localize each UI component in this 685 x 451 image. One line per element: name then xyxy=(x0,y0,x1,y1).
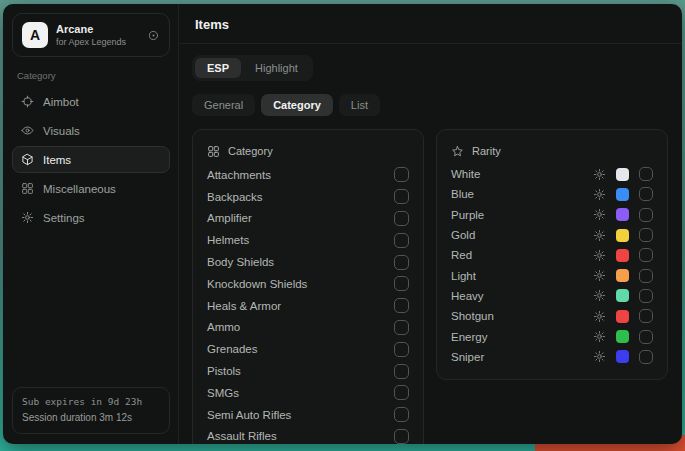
category-label: Pistols xyxy=(207,365,241,377)
category-checkbox[interactable] xyxy=(394,276,409,291)
category-label: Attachments xyxy=(207,169,271,181)
color-swatch[interactable] xyxy=(616,269,629,282)
category-row: Semi Auto Rifles xyxy=(207,404,409,426)
rarity-checkbox[interactable] xyxy=(639,228,653,242)
category-row: Knockdown Shields xyxy=(207,273,409,295)
tab-category[interactable]: Category xyxy=(261,94,333,116)
eye-icon xyxy=(21,124,34,137)
sidebar-item-settings[interactable]: Settings xyxy=(12,204,170,231)
category-checkbox[interactable] xyxy=(394,233,409,248)
category-row: Assault Rifles xyxy=(207,426,409,444)
color-swatch[interactable] xyxy=(616,350,629,363)
gear-icon[interactable] xyxy=(593,229,606,242)
color-swatch[interactable] xyxy=(616,229,629,242)
category-row: Body Shields xyxy=(207,251,409,273)
main-header: Items xyxy=(179,4,682,44)
color-swatch[interactable] xyxy=(616,330,629,343)
category-panel: Category AttachmentsBackpacksAmplifierHe… xyxy=(192,129,424,444)
grid-icon xyxy=(21,182,34,195)
rarity-controls xyxy=(593,228,653,242)
rarity-row: Gold xyxy=(451,225,653,245)
rarity-row: Sniper xyxy=(451,347,653,367)
category-checkbox[interactable] xyxy=(394,255,409,270)
category-row: Helmets xyxy=(207,229,409,251)
app-window: A Arcane for Apex Legends Category Aimbo… xyxy=(3,4,682,444)
category-label: Semi Auto Rifles xyxy=(207,409,291,421)
category-checkbox[interactable] xyxy=(394,364,409,379)
gear-icon[interactable] xyxy=(593,269,606,282)
color-swatch[interactable] xyxy=(616,289,629,302)
rarity-label: Energy xyxy=(451,331,593,343)
rarity-checkbox[interactable] xyxy=(639,350,653,364)
sidebar-item-aimbot[interactable]: Aimbot xyxy=(12,88,170,115)
toggle-option-highlight[interactable]: Highlight xyxy=(243,58,310,78)
brand-name: Arcane xyxy=(56,23,139,35)
brand-logo: A xyxy=(22,22,48,48)
rarity-controls xyxy=(593,269,653,283)
color-swatch[interactable] xyxy=(616,188,629,201)
rarity-checkbox[interactable] xyxy=(639,289,653,303)
sidebar-item-label: Visuals xyxy=(43,125,80,137)
sidebar-spacer xyxy=(12,231,170,387)
category-row: Heals & Armor xyxy=(207,295,409,317)
view-tabs: GeneralCategoryList xyxy=(192,94,668,116)
rarity-controls xyxy=(593,167,653,181)
rarity-checkbox[interactable] xyxy=(639,309,653,323)
category-checkbox[interactable] xyxy=(394,320,409,335)
rarity-checkbox[interactable] xyxy=(639,248,653,262)
gear-icon[interactable] xyxy=(593,249,606,262)
gear-icon[interactable] xyxy=(593,289,606,302)
cube-icon xyxy=(21,153,34,166)
category-checkbox[interactable] xyxy=(394,167,409,182)
rarity-controls xyxy=(593,289,653,303)
sub-expires-text: Sub expires in 9d 23h xyxy=(22,395,160,410)
rarity-checkbox[interactable] xyxy=(639,167,653,181)
color-swatch[interactable] xyxy=(616,168,629,181)
gear-icon[interactable] xyxy=(593,188,606,201)
rarity-checkbox[interactable] xyxy=(639,330,653,344)
category-checkbox[interactable] xyxy=(394,211,409,226)
color-swatch[interactable] xyxy=(616,208,629,221)
target-icon[interactable] xyxy=(147,29,160,42)
rarity-checkbox[interactable] xyxy=(639,269,653,283)
category-checkbox[interactable] xyxy=(394,189,409,204)
rarity-label: Heavy xyxy=(451,290,593,302)
rarity-label: White xyxy=(451,168,593,180)
gear-icon[interactable] xyxy=(593,310,606,323)
gear-icon[interactable] xyxy=(593,350,606,363)
sidebar-item-miscellaneous[interactable]: Miscellaneous xyxy=(12,175,170,202)
esp-mode-toggle: ESPHighlight xyxy=(192,55,313,81)
rarity-panel: Rarity WhiteBluePurpleGoldRedLightHeavyS… xyxy=(436,129,668,380)
rarity-label: Shotgun xyxy=(451,310,593,322)
toggle-option-esp[interactable]: ESP xyxy=(195,58,241,78)
rarity-row: Light xyxy=(451,265,653,285)
category-checkbox[interactable] xyxy=(394,342,409,357)
gear-icon[interactable] xyxy=(593,330,606,343)
rarity-label: Blue xyxy=(451,188,593,200)
tab-general[interactable]: General xyxy=(192,94,255,116)
category-checkbox[interactable] xyxy=(394,407,409,422)
rarity-row: Energy xyxy=(451,326,653,346)
gear-icon[interactable] xyxy=(593,208,606,221)
rarity-checkbox[interactable] xyxy=(639,187,653,201)
rarity-controls xyxy=(593,309,653,323)
tab-list[interactable]: List xyxy=(339,94,380,116)
category-checkbox[interactable] xyxy=(394,298,409,313)
sidebar-item-visuals[interactable]: Visuals xyxy=(12,117,170,144)
rarity-controls xyxy=(593,208,653,222)
sidebar-item-label: Settings xyxy=(43,212,85,224)
sidebar-item-items[interactable]: Items xyxy=(12,146,170,173)
rarity-label: Red xyxy=(451,249,593,261)
category-checkbox[interactable] xyxy=(394,429,409,444)
rarity-row: Red xyxy=(451,245,653,265)
brand-subtitle: for Apex Legends xyxy=(56,37,139,47)
category-panel-header: Category xyxy=(207,140,409,162)
desktop-background: A Arcane for Apex Legends Category Aimbo… xyxy=(0,0,685,451)
sidebar-nav: AimbotVisualsItemsMiscellaneousSettings xyxy=(12,88,170,231)
rarity-checkbox[interactable] xyxy=(639,208,653,222)
gear-icon[interactable] xyxy=(593,168,606,181)
color-swatch[interactable] xyxy=(616,310,629,323)
sidebar-item-label: Aimbot xyxy=(43,96,79,108)
color-swatch[interactable] xyxy=(616,249,629,262)
category-checkbox[interactable] xyxy=(394,385,409,400)
